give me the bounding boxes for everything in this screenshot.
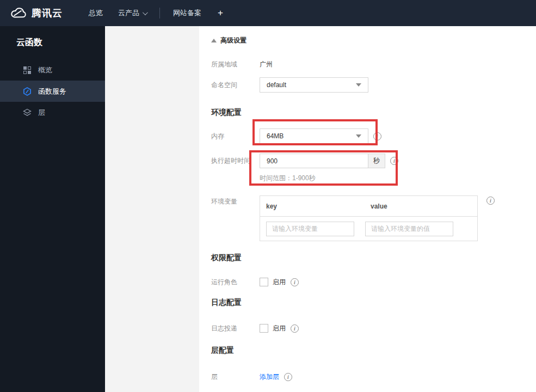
function-config-form: 高级设置 所属地域 广州 命名空间 default 环境配置 内存 64MB i… <box>199 26 536 392</box>
run-role-enable-label: 启用 <box>273 278 286 287</box>
secondary-panel <box>105 26 199 392</box>
layer-info-icon[interactable]: i <box>284 373 292 381</box>
function-icon <box>23 87 32 96</box>
region-value: 广州 <box>260 60 273 69</box>
timeout-label: 执行超时时间 <box>211 156 260 166</box>
namespace-select[interactable]: default <box>260 77 368 93</box>
nav-item-icp-filing[interactable]: 网站备案 <box>165 0 209 26</box>
tencent-cloud-logo-icon <box>10 7 27 20</box>
add-nav-shortcut-button[interactable]: + <box>209 8 232 19</box>
run-role-enable-checkbox[interactable] <box>260 278 268 286</box>
nav-item-overview-label: 总览 <box>89 8 103 18</box>
timeout-input[interactable] <box>260 154 368 168</box>
nav-divider <box>159 8 160 19</box>
namespace-label: 命名空间 <box>211 81 260 90</box>
advanced-settings-toggle[interactable]: 高级设置 <box>211 36 247 45</box>
grid-icon <box>23 66 32 75</box>
brand-name: 腾讯云 <box>32 7 63 20</box>
run-role-info-icon[interactable]: i <box>291 278 299 286</box>
layer-row: 层 添加层 i <box>211 371 292 382</box>
env-value-input[interactable] <box>365 222 453 236</box>
sidebar-item-layers[interactable]: 层 <box>0 102 105 123</box>
region-label: 所属地域 <box>211 60 260 69</box>
nav-item-cloud-products-label: 云产品 <box>118 8 139 18</box>
log-delivery-label: 日志投递 <box>211 324 260 333</box>
env-vars-table-row <box>260 217 477 241</box>
sidebar-item-overview-label: 概览 <box>38 65 52 75</box>
collapse-arrow-icon <box>211 39 217 42</box>
section-permission-config: 权限配置 <box>211 253 242 263</box>
memory-select[interactable]: 64MB <box>260 128 368 144</box>
dropdown-caret-icon <box>356 83 361 87</box>
env-key-input[interactable] <box>266 222 354 236</box>
env-key-column-header: key <box>260 203 365 210</box>
env-value-column-header: value <box>365 203 387 210</box>
log-delivery-enable-checkbox[interactable] <box>260 324 268 333</box>
sidebar-menu: 概览 函数服务 层 <box>0 59 105 123</box>
sidebar-item-overview[interactable]: 概览 <box>0 59 105 81</box>
env-vars-label: 环境变量 <box>211 197 260 206</box>
nav-item-icp-filing-label: 网站备案 <box>173 8 201 18</box>
timeout-range-hint: 时间范围：1-900秒 <box>260 174 316 183</box>
env-vars-label-row: 环境变量 <box>211 197 260 206</box>
run-role-row: 运行角色 启用 i <box>211 277 299 287</box>
sidebar-item-layers-label: 层 <box>38 108 45 118</box>
section-layer-config: 层配置 <box>211 346 234 356</box>
memory-label: 内存 <box>211 132 260 141</box>
namespace-selected-value: default <box>267 81 286 89</box>
sidebar-item-function-service[interactable]: 函数服务 <box>0 81 105 102</box>
dropdown-caret-icon <box>356 134 361 138</box>
nav-item-overview[interactable]: 总览 <box>81 0 110 26</box>
timeout-row: 执行超时时间 秒 i <box>211 154 398 168</box>
namespace-row: 命名空间 default <box>211 77 368 93</box>
topbar: 腾讯云 总览 云产品 网站备案 + <box>0 0 536 26</box>
sidebar: 云函数 概览 函数服务 <box>0 26 105 392</box>
timeout-info-icon[interactable]: i <box>390 157 398 165</box>
log-delivery-row: 日志投递 启用 i <box>211 323 299 333</box>
section-log-config: 日志配置 <box>211 298 242 308</box>
run-role-label: 运行角色 <box>211 278 260 287</box>
add-layer-link[interactable]: 添加层 <box>260 372 279 382</box>
brand[interactable]: 腾讯云 <box>10 7 63 20</box>
timeout-unit-button[interactable]: 秒 <box>368 154 385 168</box>
env-vars-table-header: key value <box>260 196 477 217</box>
env-vars-table: key value <box>260 195 478 241</box>
layers-icon <box>23 108 32 117</box>
top-nav: 总览 云产品 网站备案 + <box>81 0 232 26</box>
section-env-config: 环境配置 <box>211 108 242 118</box>
sidebar-product-title: 云函数 <box>0 26 105 48</box>
region-row: 所属地域 广州 <box>211 58 273 71</box>
memory-row: 内存 64MB i <box>211 128 381 144</box>
nav-item-cloud-products[interactable]: 云产品 <box>110 0 154 26</box>
advanced-settings-label: 高级设置 <box>220 36 247 45</box>
layer-label: 层 <box>211 372 260 382</box>
log-delivery-info-icon[interactable]: i <box>291 324 299 333</box>
memory-selected-value: 64MB <box>267 132 284 140</box>
memory-info-icon[interactable]: i <box>373 132 381 140</box>
env-vars-info-icon[interactable]: i <box>486 197 495 205</box>
chevron-down-icon <box>143 10 148 15</box>
sidebar-item-function-service-label: 函数服务 <box>38 87 66 96</box>
log-delivery-enable-label: 启用 <box>273 324 286 333</box>
